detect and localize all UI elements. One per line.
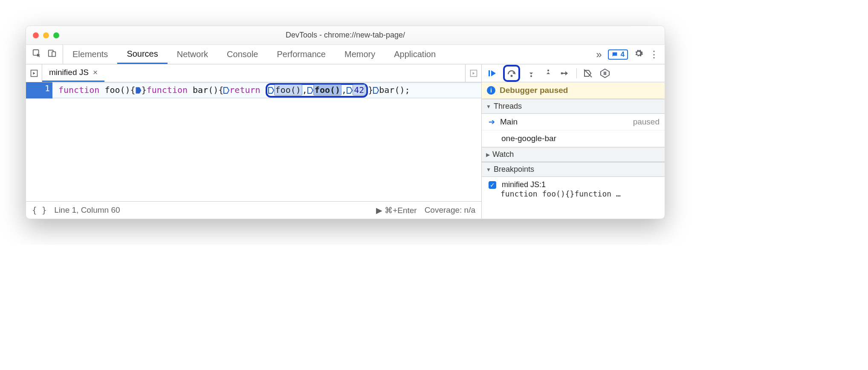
literal-42: 42 — [353, 84, 365, 95]
gear-icon[interactable] — [634, 49, 643, 60]
file-tab-minified-js[interactable]: minified JS × — [42, 64, 104, 82]
breakpoint-marker-icon[interactable] — [136, 85, 142, 97]
coverage-status: Coverage: n/a — [425, 205, 475, 215]
breakpoint-snippet: function foo(){}function … — [489, 189, 660, 198]
section-watch[interactable]: ▶ Watch — [482, 147, 665, 162]
tab-elements[interactable]: Elements — [63, 45, 117, 64]
call-foo-2: foo() — [313, 84, 341, 95]
current-thread-icon: ➔ — [489, 117, 495, 127]
svg-rect-10 — [604, 72, 605, 75]
keyword-function: function — [147, 85, 188, 95]
resume-icon[interactable] — [486, 67, 498, 79]
svg-rect-5 — [489, 70, 490, 76]
svg-point-9 — [561, 72, 563, 74]
line-number: 1 — [45, 83, 50, 93]
section-breakpoints-label: Breakpoints — [494, 165, 534, 174]
collapse-icon: ▶ — [486, 152, 490, 158]
debugger-toolbar — [482, 64, 665, 82]
panel-tabs: Elements Sources Network Console Perform… — [63, 45, 590, 64]
editor-statusbar: { } Line 1, Column 60 ▶ ⌘+Enter Coverage… — [26, 202, 481, 219]
section-breakpoints[interactable]: ▼ Breakpoints — [482, 162, 665, 177]
pretty-print-icon[interactable]: { } — [32, 205, 46, 215]
show-navigator-icon[interactable] — [26, 64, 42, 82]
maximize-icon[interactable] — [53, 32, 59, 38]
expand-icon: ▼ — [486, 104, 491, 110]
section-threads[interactable]: ▼ Threads — [482, 99, 665, 114]
breakpoint-item[interactable]: ✓ minified JS:1 function foo(){}function… — [482, 177, 665, 202]
step-over-icon[interactable] — [506, 67, 518, 79]
tab-memory[interactable]: Memory — [335, 45, 385, 64]
continue-to-here-icon[interactable] — [268, 86, 274, 96]
breakpoint-checkbox[interactable]: ✓ — [489, 181, 496, 189]
call-bar: bar(); — [379, 85, 410, 95]
info-icon: i — [487, 86, 495, 95]
step-out-icon[interactable] — [542, 67, 554, 79]
traffic-lights[interactable] — [33, 32, 59, 38]
section-watch-label: Watch — [492, 150, 514, 159]
continue-to-here-icon[interactable] — [373, 85, 379, 97]
paused-label: Debugger paused — [500, 86, 568, 95]
thread-main-state: paused — [633, 117, 660, 127]
issues-badge[interactable]: 4 — [608, 49, 628, 60]
minimize-icon[interactable] — [43, 32, 49, 38]
call-foo-1: foo() — [274, 84, 302, 95]
more-tabs-icon[interactable]: » — [596, 49, 602, 61]
keyword-function: function — [58, 85, 99, 95]
close-icon[interactable] — [33, 32, 39, 38]
continue-to-here-icon[interactable] — [347, 86, 353, 96]
thread-other-name: one-google-bar — [501, 134, 556, 143]
svg-point-7 — [530, 75, 532, 77]
expand-icon: ▼ — [486, 167, 491, 173]
svg-point-6 — [511, 75, 513, 77]
devtools-window: DevTools - chrome://new-tab-page/ Elemen… — [26, 26, 665, 219]
step-into-icon[interactable] — [525, 67, 537, 79]
thread-main-name: Main — [500, 117, 518, 127]
step-icon[interactable] — [559, 67, 571, 79]
debugger-sidebar: i Debugger paused ▼ Threads ➔ Main pause… — [481, 64, 665, 219]
continue-to-here-icon[interactable] — [223, 85, 229, 97]
close-file-icon[interactable]: × — [93, 68, 98, 77]
thread-main[interactable]: ➔ Main paused — [482, 114, 665, 130]
svg-rect-11 — [605, 72, 607, 75]
issues-count: 4 — [621, 50, 625, 59]
identifier-foo: foo — [104, 85, 120, 95]
debugger-paused-banner: i Debugger paused — [482, 82, 665, 99]
run-snippet-icon[interactable] — [465, 64, 481, 82]
section-threads-label: Threads — [494, 102, 522, 111]
tab-network[interactable]: Network — [168, 45, 217, 64]
keyword-return: return — [229, 85, 260, 95]
breakpoint-label: minified JS:1 — [502, 180, 546, 189]
tab-application[interactable]: Application — [385, 45, 445, 64]
tab-console[interactable]: Console — [217, 45, 267, 64]
svg-rect-2 — [52, 52, 55, 56]
file-tabbar: minified JS × — [26, 64, 481, 82]
device-toggle-icon[interactable] — [47, 49, 57, 60]
svg-point-8 — [547, 69, 549, 71]
window-title: DevTools - chrome://new-tab-page/ — [286, 31, 405, 40]
identifier-bar: bar — [193, 85, 208, 95]
line-gutter[interactable]: 1 — [26, 82, 52, 98]
kebab-icon[interactable]: ⋮ — [649, 49, 659, 60]
step-over-highlight — [503, 65, 520, 82]
run-hint: ▶ ⌘+Enter — [376, 205, 417, 215]
tab-sources[interactable]: Sources — [117, 45, 167, 64]
titlebar: DevTools - chrome://new-tab-page/ — [26, 26, 665, 45]
deactivate-breakpoints-icon[interactable] — [582, 67, 594, 79]
code-line-1[interactable]: function foo(){}function bar(){return fo… — [52, 82, 481, 98]
source-editor[interactable]: 1 function foo(){}function bar(){return … — [26, 82, 481, 202]
cursor-position: Line 1, Column 60 — [54, 205, 120, 215]
inspect-icon[interactable] — [32, 49, 41, 60]
main-toolbar: Elements Sources Network Console Perform… — [26, 45, 665, 64]
highlight-expression: foo(),foo(),42 — [266, 83, 368, 98]
thread-one-google-bar[interactable]: one-google-bar — [482, 130, 665, 147]
pause-on-exceptions-icon[interactable] — [599, 67, 611, 79]
tab-performance[interactable]: Performance — [268, 45, 336, 64]
continue-to-here-icon[interactable] — [307, 86, 313, 96]
file-tab-label: minified JS — [49, 68, 89, 77]
